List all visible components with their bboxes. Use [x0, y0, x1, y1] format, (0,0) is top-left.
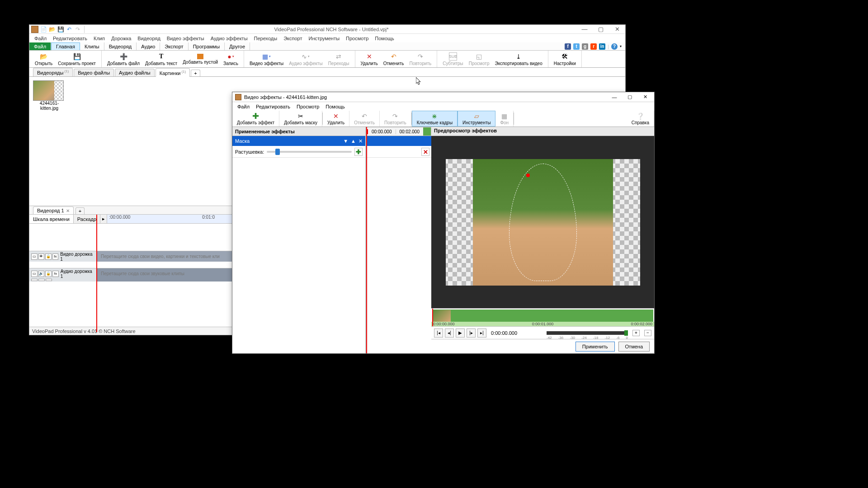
fx-tl-playhead[interactable]: [432, 309, 433, 326]
fx-close-button[interactable]: ✕: [639, 93, 651, 101]
add-keyframe-button[interactable]: ✚: [354, 148, 363, 156]
sequence-close-icon[interactable]: ✕: [66, 208, 70, 213]
zoom-in-button[interactable]: +: [632, 330, 640, 336]
tab-programs[interactable]: Программы: [189, 42, 225, 50]
track-fx-icon[interactable]: fx: [52, 271, 59, 277]
qat-redo-icon[interactable]: ↷: [74, 26, 81, 33]
menu-edit[interactable]: Редактировать: [50, 35, 90, 42]
delete-keyframe-button[interactable]: ✕: [421, 148, 429, 156]
apply-button[interactable]: Применить: [576, 342, 615, 352]
goto-end-button[interactable]: ▸|: [477, 328, 486, 338]
close-button[interactable]: ✕: [611, 25, 623, 33]
fx-clip[interactable]: [432, 310, 653, 322]
preview-viewport[interactable]: [431, 136, 654, 308]
feather-slider[interactable]: [267, 151, 352, 153]
fx-menu-view[interactable]: Просмотр: [293, 103, 322, 110]
lvl-btn[interactable]: [31, 279, 38, 281]
mask-handle[interactable]: [526, 174, 530, 177]
tab-export[interactable]: Экспорт: [160, 42, 188, 50]
fx-add-effect-button[interactable]: ✚Добавить эффект: [232, 111, 279, 127]
fx-undo-button[interactable]: ↶Отменить: [349, 111, 380, 127]
cancel-button[interactable]: Отмена: [618, 342, 650, 352]
menu-file[interactable]: Файл: [31, 35, 50, 42]
menu-export[interactable]: Экспорт: [280, 35, 305, 42]
step-back-button[interactable]: ◂|: [445, 328, 454, 338]
ribbon-undo-button[interactable]: ↶Отменить: [381, 51, 407, 67]
help-dropdown-icon[interactable]: ▾: [620, 44, 622, 48]
help-icon[interactable]: ?: [611, 43, 618, 50]
effect-down-icon[interactable]: ▼: [343, 138, 348, 144]
track-fx-icon[interactable]: fx: [52, 253, 59, 260]
track-mute-icon[interactable]: ▭: [31, 253, 38, 260]
menu-view[interactable]: Просмотр: [343, 35, 372, 42]
fx-keyframes-button[interactable]: ⋇Ключевые кадры: [412, 111, 458, 127]
ribbon-afx-button[interactable]: ∿▾Аудио эффекты: [286, 51, 325, 67]
fx-titlebar[interactable]: Видео эффекты - 4244161-kitten.jpg — ▢ ✕: [232, 92, 654, 102]
goto-start-button[interactable]: |◂: [434, 328, 443, 338]
bin-tab-video[interactable]: Видео файлы: [74, 69, 114, 76]
qat-save-icon[interactable]: 💾: [57, 26, 64, 33]
menu-clip[interactable]: Клип: [90, 35, 108, 42]
ribbon-addfile-button[interactable]: ➕Добавить файл: [104, 51, 142, 67]
tab-main[interactable]: Главная: [51, 42, 80, 50]
ribbon-settings-button[interactable]: 🛠Настройки: [551, 51, 579, 67]
ribbon-export-button[interactable]: ⤓Экспортировать видео: [492, 51, 545, 67]
timeline-playhead[interactable]: [96, 215, 97, 332]
effect-remove-icon[interactable]: ✕: [359, 138, 363, 144]
menu-vfx[interactable]: Видео эффекты: [164, 35, 208, 42]
fx-bg-button[interactable]: ▦Фон: [495, 111, 514, 127]
qat-undo-icon[interactable]: ↶: [66, 26, 73, 33]
menu-help[interactable]: Помощь: [372, 35, 397, 42]
bin-tab-audio[interactable]: Аудио файлы: [115, 69, 155, 76]
fx-redo-button[interactable]: ↷Повторить: [380, 111, 411, 127]
slider-thumb[interactable]: [275, 149, 280, 155]
maximize-button[interactable]: ▢: [594, 25, 607, 33]
twitter-icon[interactable]: t: [573, 43, 580, 50]
qat-open-icon[interactable]: 📂: [48, 26, 56, 33]
tab-file[interactable]: Файл: [29, 42, 51, 50]
tab-clips[interactable]: Клипы: [80, 42, 104, 50]
effect-up-icon[interactable]: ▲: [351, 138, 356, 144]
fx-menu-file[interactable]: Файл: [234, 103, 253, 110]
ribbon-addblank-button[interactable]: Добавить пустой: [180, 51, 221, 67]
track-eye-icon[interactable]: 👁: [38, 253, 45, 260]
ribbon-trans-button[interactable]: ⇄Переходы: [326, 51, 352, 67]
timeline-mode-next[interactable]: ▸: [100, 215, 107, 223]
ribbon-open-button[interactable]: 📂Открыть: [32, 51, 55, 67]
google-icon[interactable]: g: [582, 43, 588, 50]
zoom-out-button[interactable]: −: [644, 330, 651, 336]
bin-tab-images[interactable]: Картинки(1): [156, 68, 190, 77]
sequence-add-tab[interactable]: +: [75, 207, 85, 214]
track-lock-icon[interactable]: 🔒: [45, 271, 52, 277]
reddit-icon[interactable]: r: [590, 43, 597, 50]
timeline-mode-time[interactable]: Шкала времени: [29, 215, 74, 223]
menu-tools[interactable]: Инструменты: [306, 35, 343, 42]
fx-menu-edit[interactable]: Редактировать: [253, 103, 293, 110]
bin-thumbnail[interactable]: 4244161-kitten.jpg: [33, 80, 66, 111]
fx-help-button[interactable]: ❔Справка: [627, 111, 654, 127]
menu-sequence[interactable]: Видеоряд: [134, 35, 164, 42]
tab-sequence[interactable]: Видеоряд: [104, 42, 137, 50]
fx-timeline[interactable]: 0:00:00.000 0:00:01.000 0:00:02.000: [431, 308, 654, 326]
lvl-btn[interactable]: [46, 279, 52, 281]
play-button[interactable]: ▶: [456, 328, 465, 338]
meter-handle[interactable]: [624, 330, 628, 336]
bin-add-tab[interactable]: +: [191, 70, 200, 76]
tab-other[interactable]: Другое: [225, 42, 250, 50]
fx-maximize-button[interactable]: ▢: [623, 93, 636, 101]
facebook-icon[interactable]: f: [565, 43, 571, 50]
track-speaker-icon[interactable]: 🔊: [38, 271, 45, 277]
effect-item-mask[interactable]: Маска ▼ ▲ ✕: [232, 136, 365, 146]
fx-add-mask-button[interactable]: ✂Добавить маску: [279, 111, 322, 127]
ribbon-save-button[interactable]: 💾Сохранить проект: [55, 51, 99, 67]
minimize-button[interactable]: —: [578, 25, 591, 33]
sequence-tab[interactable]: Видеоряд 1✕: [33, 206, 74, 214]
keyframe-playhead[interactable]: [366, 127, 367, 353]
track-lock-icon[interactable]: 🔒: [45, 253, 52, 260]
fx-menu-help[interactable]: Помощь: [322, 103, 348, 110]
step-fwd-button[interactable]: |▸: [467, 328, 476, 338]
ribbon-record-button[interactable]: ●▾Запись: [221, 51, 241, 67]
fx-tools-button[interactable]: ▱Инструменты: [458, 111, 495, 127]
ribbon-preview-button[interactable]: ◱Просмотр: [466, 51, 492, 67]
menu-transitions[interactable]: Переходы: [251, 35, 281, 42]
